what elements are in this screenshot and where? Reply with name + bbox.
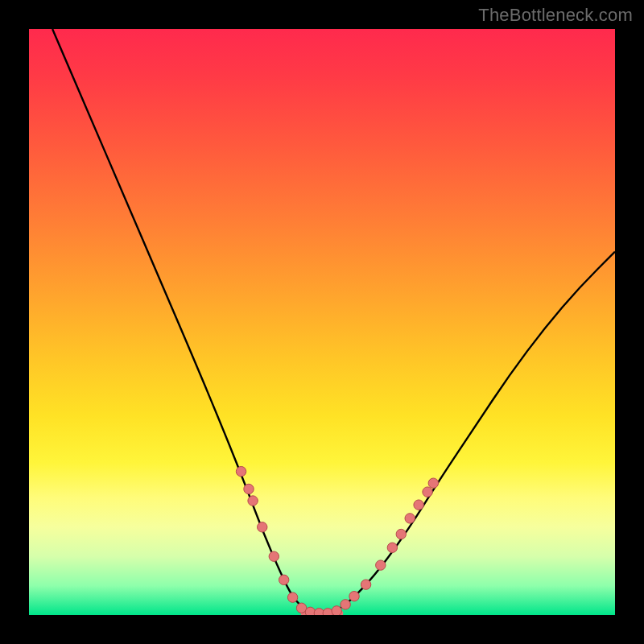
curve-dot bbox=[349, 592, 359, 601]
curve-dot bbox=[332, 606, 341, 615]
curve-dot bbox=[414, 500, 423, 510]
curve-dot bbox=[341, 600, 350, 609]
curve-dot bbox=[428, 478, 438, 488]
chart-overlay bbox=[29, 29, 615, 615]
curve-dot bbox=[376, 560, 386, 570]
curve-dot bbox=[287, 592, 297, 602]
curve-dot bbox=[236, 466, 246, 476]
curve-dot bbox=[361, 580, 370, 589]
curve-dot bbox=[248, 496, 258, 506]
curve-dot bbox=[258, 522, 267, 532]
curve-dot bbox=[387, 543, 397, 552]
bottleneck-curve bbox=[52, 29, 615, 614]
curve-dot bbox=[279, 575, 288, 584]
chart-frame: TheBottleneck.com bbox=[0, 0, 644, 644]
curve-dot bbox=[423, 487, 432, 497]
curve-dot bbox=[396, 529, 406, 539]
curve-dot bbox=[405, 514, 415, 523]
curve-dot bbox=[269, 551, 279, 561]
watermark-text: TheBottleneck.com bbox=[478, 5, 633, 26]
curve-dot bbox=[244, 484, 254, 493]
